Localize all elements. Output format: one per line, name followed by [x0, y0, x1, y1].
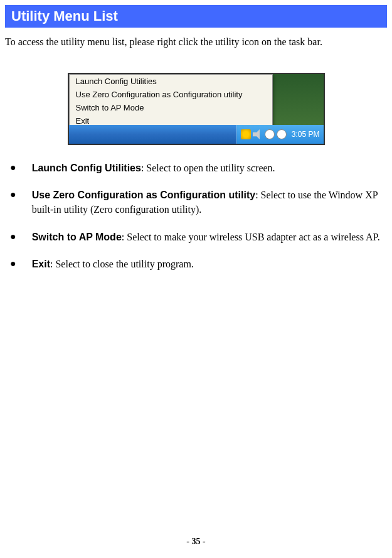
- section-title: Utility Menu List: [11, 8, 381, 24]
- menu-item-ap-mode[interactable]: Switch to AP Mode: [70, 101, 272, 114]
- bullet-item-zero-config: ● Use Zero Configuration as Configuratio…: [5, 188, 387, 217]
- bullet-title: Use Zero Configuration as Configuration …: [32, 190, 255, 200]
- bullet-marker: ●: [10, 161, 16, 175]
- bullet-item-launch: ● Launch Config Utilities: Select to ope…: [5, 161, 387, 175]
- clock: 3:05 PM: [292, 130, 320, 139]
- page-footer: - 35 -: [0, 537, 392, 547]
- bullet-item-ap-mode: ● Switch to AP Mode: Select to make your…: [5, 230, 387, 244]
- bullet-desc: : Select to open the utility screen.: [141, 163, 275, 173]
- utility-icon[interactable]: [277, 129, 287, 139]
- menu-item-launch[interactable]: Launch Config Utilities: [70, 75, 272, 88]
- bullet-marker: ●: [10, 257, 16, 271]
- bullet-desc: : Select to close the utility program.: [50, 259, 194, 269]
- bullet-desc: : Select to make your wireless USB adapt…: [122, 232, 380, 242]
- bullet-title: Launch Config Utilities: [32, 163, 141, 173]
- footer-prefix: -: [186, 537, 191, 546]
- page-number: 35: [192, 537, 201, 546]
- bullet-marker: ●: [10, 230, 16, 244]
- menu-item-zero-config[interactable]: Use Zero Configuration as Configuration …: [70, 88, 272, 101]
- network-icon[interactable]: [265, 129, 275, 139]
- bullet-item-exit: ● Exit: Select to close the utility prog…: [5, 257, 387, 271]
- bullet-content: Switch to AP Mode: Select to make your w…: [32, 230, 387, 244]
- sound-icon[interactable]: [253, 129, 263, 139]
- bullet-title: Switch to AP Mode: [32, 232, 122, 242]
- shield-icon[interactable]: [241, 129, 251, 139]
- screenshot-container: Launch Config Utilities Use Zero Configu…: [0, 73, 392, 145]
- bullet-title: Exit: [32, 259, 50, 269]
- context-menu: Launch Config Utilities Use Zero Configu…: [69, 74, 273, 128]
- utility-screenshot: Launch Config Utilities Use Zero Configu…: [68, 73, 325, 145]
- system-tray: 3:05 PM: [236, 125, 324, 144]
- bullet-content: Launch Config Utilities: Select to open …: [32, 161, 387, 175]
- bullet-list: ● Launch Config Utilities: Select to ope…: [5, 161, 387, 271]
- bullet-content: Use Zero Configuration as Configuration …: [32, 188, 387, 217]
- bullet-marker: ●: [10, 188, 16, 217]
- taskbar: 3:05 PM: [69, 125, 324, 144]
- footer-suffix: -: [201, 537, 206, 546]
- section-header: Utility Menu List: [5, 5, 387, 28]
- intro-paragraph: To access the utility menu list, please …: [5, 36, 387, 48]
- bullet-content: Exit: Select to close the utility progra…: [32, 257, 387, 271]
- tray-icons-group: [241, 129, 287, 139]
